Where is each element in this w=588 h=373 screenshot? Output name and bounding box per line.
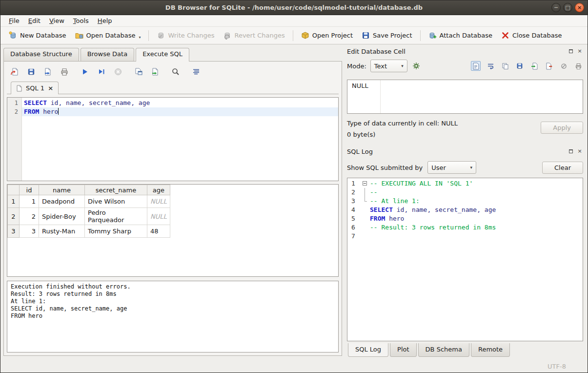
cell-id[interactable]: 2 bbox=[20, 208, 39, 225]
log-line: -- Result: 3 rows returned in 8ms bbox=[370, 223, 583, 232]
sql-tab[interactable]: SQL 1 × bbox=[11, 82, 59, 94]
close-database-icon bbox=[501, 31, 509, 40]
tab-browse-data[interactable]: Browse Data bbox=[81, 48, 135, 61]
sql-log-view[interactable]: 1 2 3 4 5 6 7 -- bbox=[347, 178, 583, 341]
cell-age[interactable]: NULL bbox=[147, 208, 170, 225]
statusbar: UTF-8 bbox=[0, 360, 588, 373]
new-database-icon bbox=[9, 31, 17, 40]
row-header[interactable]: 2 bbox=[8, 208, 20, 225]
fold-collapse-icon[interactable] bbox=[363, 181, 367, 186]
save-icon bbox=[516, 62, 523, 69]
tab-database-structure[interactable]: Database Structure bbox=[3, 48, 79, 61]
column-header-secret-name[interactable]: secret_name bbox=[85, 185, 147, 195]
print-cell-button[interactable] bbox=[573, 61, 583, 71]
save-project-button[interactable]: Save Project bbox=[357, 29, 417, 42]
text-view-button[interactable] bbox=[471, 61, 481, 71]
cell-secret-name[interactable]: Tommy Sharp bbox=[85, 225, 147, 238]
open-in-tab-button[interactable] bbox=[149, 66, 161, 78]
import-cell-button[interactable] bbox=[529, 61, 539, 71]
export-sql-button[interactable] bbox=[42, 66, 54, 78]
clear-log-button[interactable]: Clear bbox=[542, 162, 583, 174]
write-changes-icon bbox=[157, 31, 165, 40]
cell-age[interactable]: NULL bbox=[147, 195, 170, 208]
sql-editor[interactable]: 1 2 SELECT id, name, secret_name, age FR… bbox=[7, 97, 339, 181]
format-sql-button[interactable] bbox=[190, 66, 202, 78]
maximize-button[interactable]: □ bbox=[563, 3, 572, 12]
editor-code[interactable]: SELECT id, name, secret_name, age FROM h… bbox=[22, 98, 338, 181]
copy-cell-button[interactable] bbox=[500, 61, 510, 71]
float-dock-button[interactable] bbox=[568, 148, 574, 155]
tab-execute-sql[interactable]: Execute SQL bbox=[136, 48, 189, 62]
close-dock-button[interactable]: × bbox=[576, 148, 583, 155]
close-dock-button[interactable]: × bbox=[576, 48, 583, 55]
row-header[interactable]: 3 bbox=[8, 225, 20, 238]
export-cell-button[interactable] bbox=[544, 61, 554, 71]
menu-edit[interactable]: Edit bbox=[24, 16, 45, 26]
open-database-button[interactable]: Open Database ▾ bbox=[71, 29, 145, 42]
tab-db-schema[interactable]: DB Schema bbox=[418, 343, 469, 357]
cell-secret-name[interactable]: Dive Wilson bbox=[85, 195, 147, 208]
cell-name[interactable]: Deadpond bbox=[39, 195, 85, 208]
menu-help[interactable]: Help bbox=[93, 16, 117, 26]
tab-sql-log[interactable]: SQL Log bbox=[348, 343, 388, 357]
right-pane: Edit Database Cell × Mode: Text ▾ bbox=[343, 44, 588, 360]
edit-cell-icon-row bbox=[471, 61, 583, 71]
cell-editor[interactable]: NULL bbox=[347, 80, 583, 114]
editor-line-numbers: 1 2 bbox=[7, 98, 22, 181]
cell-info: Type of data currently in cell: NULL 0 b… bbox=[347, 119, 583, 146]
edit-cell-mode-row: Mode: Text ▾ bbox=[347, 58, 583, 74]
cell-name[interactable]: Rusty-Man bbox=[39, 225, 85, 238]
results-pane: id name secret_name age 1 1 Deadpond bbox=[7, 184, 339, 277]
close-dock-icon: × bbox=[577, 148, 582, 154]
new-tab-button[interactable] bbox=[133, 66, 144, 78]
menu-view[interactable]: View bbox=[45, 16, 69, 26]
new-database-button[interactable]: New Database bbox=[4, 29, 71, 42]
sql-file-icon bbox=[16, 85, 22, 92]
cell-id[interactable]: 3 bbox=[20, 225, 39, 238]
tab-plot[interactable]: Plot bbox=[390, 343, 417, 357]
close-database-button[interactable]: Close Database bbox=[497, 29, 567, 42]
execute-all-button[interactable] bbox=[79, 66, 91, 78]
sql-log-header: SQL Log × bbox=[347, 146, 583, 157]
float-dock-button[interactable] bbox=[568, 48, 574, 55]
open-project-button[interactable]: Open Project bbox=[297, 29, 357, 42]
cell-age[interactable]: 48 bbox=[147, 225, 170, 238]
log-line: -- At line 1: bbox=[370, 197, 583, 206]
close-icon: × bbox=[577, 4, 582, 11]
menu-tools[interactable]: Tools bbox=[69, 16, 93, 26]
sql-tab-close-icon[interactable]: × bbox=[48, 84, 53, 92]
log-filter-combobox[interactable]: User ▾ bbox=[427, 161, 476, 174]
close-button[interactable]: × bbox=[575, 3, 584, 12]
minimize-button[interactable]: − bbox=[551, 3, 561, 12]
set-null-button[interactable] bbox=[559, 61, 568, 71]
open-sql-file-button[interactable] bbox=[9, 66, 20, 78]
results-header-row: id name secret_name age bbox=[8, 185, 170, 195]
execution-message: Execution finished without errors. Resul… bbox=[7, 281, 339, 352]
word-wrap-button[interactable] bbox=[486, 61, 495, 71]
save-sql-file-button[interactable] bbox=[25, 66, 37, 78]
execute-line-button[interactable] bbox=[96, 66, 107, 78]
tab-remote[interactable]: Remote bbox=[471, 343, 510, 357]
menu-file[interactable]: File bbox=[4, 16, 24, 26]
cell-name[interactable]: Spider-Boy bbox=[39, 208, 85, 225]
mode-settings-button[interactable] bbox=[411, 61, 421, 71]
log-line: FROM hero bbox=[370, 214, 583, 223]
titlebar[interactable]: DB Browser for SQLite - /home/user/code/… bbox=[0, 0, 588, 15]
column-header-name[interactable]: name bbox=[39, 185, 85, 195]
cell-secret-name[interactable]: Pedro Parqueador bbox=[85, 208, 147, 225]
print-sql-button[interactable] bbox=[59, 66, 70, 78]
attach-database-button[interactable]: Attach Database bbox=[424, 29, 497, 42]
export-sql-icon bbox=[43, 67, 52, 76]
open-database-dropdown-icon[interactable]: ▾ bbox=[139, 35, 141, 40]
cell-content: NULL bbox=[347, 80, 381, 113]
find-replace-button[interactable] bbox=[170, 66, 182, 78]
float-icon bbox=[569, 49, 573, 53]
save-cell-button[interactable] bbox=[515, 61, 525, 71]
table-row: 2 2 Spider-Boy Pedro Parqueador NULL bbox=[8, 208, 170, 225]
mode-combobox[interactable]: Text ▾ bbox=[370, 60, 407, 72]
column-header-id[interactable]: id bbox=[20, 185, 39, 195]
window-controls: − □ × bbox=[551, 3, 584, 12]
cell-id[interactable]: 1 bbox=[20, 195, 39, 208]
column-header-age[interactable]: age bbox=[147, 185, 170, 195]
row-header[interactable]: 1 bbox=[8, 195, 20, 208]
